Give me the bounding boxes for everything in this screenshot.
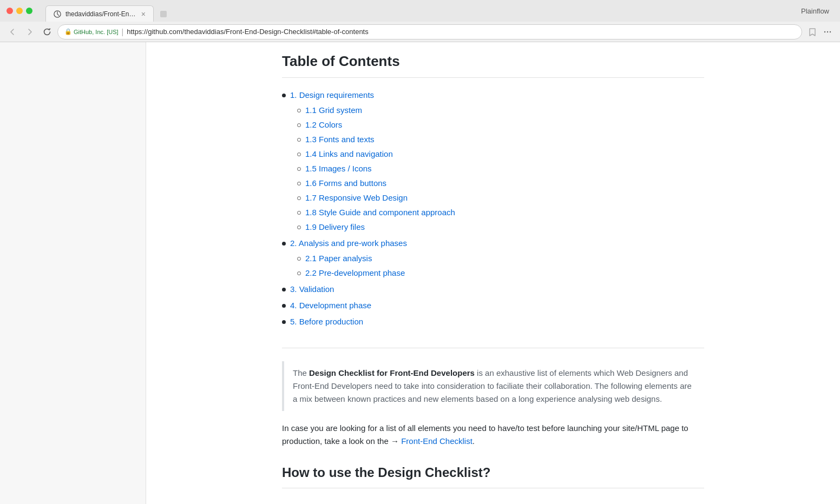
tab-favicon <box>54 10 61 18</box>
toc-list: 1. Design requirements 1.1 Grid system <box>282 89 704 328</box>
list-item: 1.9 Delivery files <box>297 221 704 234</box>
toc-sublink[interactable]: 2.1 Paper analysis <box>305 252 372 265</box>
traffic-lights <box>6 8 32 14</box>
main-area: Table of Contents 1. Design requirements <box>146 42 840 504</box>
toc-link-1[interactable]: 1. Design requirements <box>290 89 374 102</box>
toc-sublink[interactable]: 1.3 Fonts and texts <box>305 133 375 146</box>
intro-text-before: In case you are looking for a list of al… <box>282 423 688 446</box>
list-item: 1.1 Grid system <box>297 104 704 117</box>
new-tab-button[interactable] <box>156 6 171 22</box>
list-item: 1.8 Style Guide and component approach <box>297 206 704 219</box>
toc-title: Table of Contents <box>282 53 704 78</box>
toc-sublink[interactable]: 2.2 Pre-development phase <box>305 267 405 280</box>
address-url: https://github.com/thedaviddias/Front-En… <box>127 28 795 36</box>
tab-bar: thedaviddias/Front-End-Desig… × <box>45 0 797 22</box>
left-panel <box>0 42 146 504</box>
close-button[interactable] <box>6 8 13 14</box>
toc-sublist-2: 2.1 Paper analysis 2.2 Pre-development p… <box>297 252 704 280</box>
content-wrapper: Table of Contents 1. Design requirements <box>260 42 726 504</box>
browser-window: thedaviddias/Front-End-Desig… × Plainflo… <box>0 0 840 504</box>
bold-text: Design Checklist for Front-End Developer… <box>309 368 475 377</box>
toc-sublink[interactable]: 1.8 Style Guide and component approach <box>305 206 455 219</box>
tab-close-icon[interactable]: × <box>141 10 146 18</box>
active-tab[interactable]: thedaviddias/Front-End-Desig… × <box>45 5 154 22</box>
plainflow-label: Plainflow <box>801 7 834 15</box>
bullet-empty-icon <box>297 226 301 229</box>
toc-sublink[interactable]: 1.6 Forms and buttons <box>305 177 386 190</box>
bullet-empty-icon <box>297 138 301 142</box>
toc-sublink[interactable]: 1.1 Grid system <box>305 104 362 117</box>
toc-sublink[interactable]: 1.2 Colors <box>305 118 342 131</box>
bullet-empty-icon <box>297 152 301 156</box>
toc-sublist-1: 1.1 Grid system 1.2 Colors 1.3 Fonts and… <box>297 104 704 234</box>
list-item: 1.7 Responsive Web Design <box>297 191 704 204</box>
intro-paragraph: In case you are looking for a list of al… <box>282 422 704 448</box>
forward-button[interactable] <box>23 25 37 39</box>
toc-link-4[interactable]: 4. Development phase <box>290 299 371 312</box>
bullet-filled-icon <box>282 242 286 246</box>
svg-rect-1 <box>160 11 167 17</box>
bullet-empty-icon <box>297 123 301 127</box>
bookmark-button[interactable] <box>805 25 819 39</box>
toc-link-3[interactable]: 3. Validation <box>290 283 334 296</box>
back-button[interactable] <box>5 25 19 39</box>
toc-link-5[interactable]: 5. Before production <box>290 315 363 328</box>
toc-sublink[interactable]: 1.7 Responsive Web Design <box>305 191 408 204</box>
list-item: 1.6 Forms and buttons <box>297 177 704 190</box>
bullet-filled-icon <box>282 288 286 291</box>
toc-link-2[interactable]: 2. Analysis and pre-work phases <box>290 237 407 250</box>
list-item: 2. Analysis and pre-work phases 2.1 Pape… <box>282 237 704 280</box>
browser-layout: Table of Contents 1. Design requirements <box>0 42 840 504</box>
toc-section: Table of Contents 1. Design requirements <box>282 53 704 348</box>
bullet-filled-icon <box>282 304 286 308</box>
list-item: 1.3 Fonts and texts <box>297 133 704 146</box>
lock-icon: 🔒 <box>64 28 72 35</box>
bullet-empty-icon <box>297 196 301 200</box>
front-end-checklist-link[interactable]: Front-End Checklist <box>401 436 472 446</box>
refresh-button[interactable] <box>40 25 54 39</box>
list-item: 1.5 Images / Icons <box>297 162 704 175</box>
page-content: Table of Contents 1. Design requirements <box>146 42 840 504</box>
intro-blockquote-text: The Design Checklist for Front-End Devel… <box>293 367 695 406</box>
toc-sublink[interactable]: 1.5 Images / Icons <box>305 162 372 175</box>
list-item: 3. Validation <box>282 283 704 296</box>
secure-badge: 🔒 GitHub, Inc. [US] <box>64 28 119 35</box>
intro-text-after: . <box>472 436 475 446</box>
url-separator: | <box>122 28 124 36</box>
list-item: 4. Development phase <box>282 299 704 312</box>
tab-title: thedaviddias/Front-End-Desig… <box>65 10 137 18</box>
bullet-empty-icon <box>297 109 301 112</box>
svg-point-2 <box>824 31 825 32</box>
toolbar-actions <box>805 25 835 39</box>
list-item: 1.2 Colors <box>297 118 704 131</box>
toolbar: 🔒 GitHub, Inc. [US] | https://github.com… <box>0 22 840 42</box>
bullet-empty-icon <box>297 167 301 171</box>
text-before: The <box>293 368 309 377</box>
maximize-button[interactable] <box>26 8 32 14</box>
toc-sublink[interactable]: 1.4 Links and navigation <box>305 148 393 161</box>
menu-button[interactable] <box>821 25 835 39</box>
toc-sublink[interactable]: 1.9 Delivery files <box>305 221 365 234</box>
bullet-empty-icon <box>297 211 301 215</box>
address-bar[interactable]: 🔒 GitHub, Inc. [US] | https://github.com… <box>57 24 802 39</box>
list-item: 1. Design requirements 1.1 Grid system <box>282 89 704 234</box>
bullet-empty-icon <box>297 257 301 261</box>
list-item: 5. Before production <box>282 315 704 328</box>
secure-org: GitHub, Inc. [US] <box>74 29 119 35</box>
list-item: 2.2 Pre-development phase <box>297 267 704 280</box>
svg-point-4 <box>830 31 831 32</box>
svg-point-3 <box>827 31 828 32</box>
bullet-empty-icon <box>297 182 301 185</box>
bullet-empty-icon <box>297 271 301 275</box>
minimize-button[interactable] <box>16 8 23 14</box>
intro-blockquote: The Design Checklist for Front-End Devel… <box>282 361 704 411</box>
list-item: 1.4 Links and navigation <box>297 148 704 161</box>
bullet-filled-icon <box>282 320 286 324</box>
list-item: 2.1 Paper analysis <box>297 252 704 265</box>
bullet-filled-icon <box>282 94 286 97</box>
titlebar: thedaviddias/Front-End-Desig… × Plainflo… <box>0 0 840 22</box>
bottom-heading: How to use the Design Checklist? <box>282 456 704 488</box>
